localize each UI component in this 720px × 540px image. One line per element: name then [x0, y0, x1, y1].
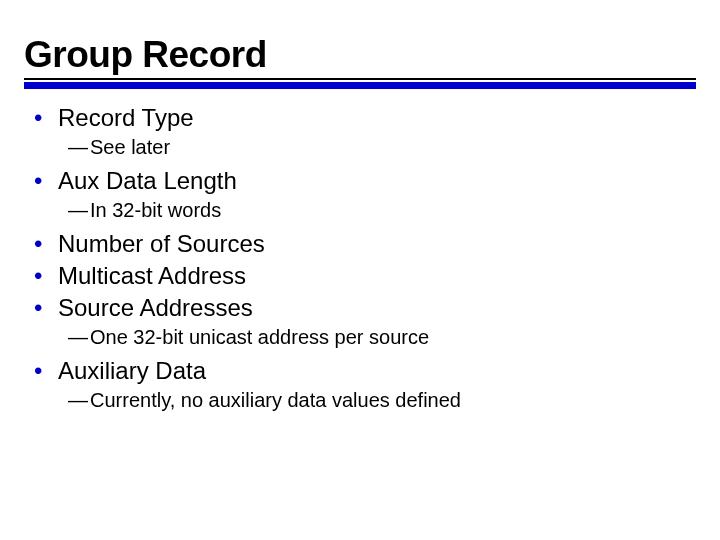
list-item: • Auxiliary Data [32, 356, 696, 386]
list-item: • Number of Sources [32, 229, 696, 259]
title-underline-thick [24, 82, 696, 89]
dash-icon: — [68, 326, 90, 349]
bullet-icon: • [32, 106, 58, 130]
list-item: • Multicast Address [32, 261, 696, 291]
dash-icon: — [68, 389, 90, 412]
list-item: • Aux Data Length [32, 166, 696, 196]
bullet-icon: • [32, 232, 58, 256]
list-subitem-label: See later [90, 135, 170, 160]
list-subitem: — See later [68, 135, 696, 160]
list-subitem-label: In 32-bit words [90, 198, 221, 223]
list-item: • Record Type [32, 103, 696, 133]
bullet-icon: • [32, 264, 58, 288]
dash-icon: — [68, 136, 90, 159]
dash-icon: — [68, 199, 90, 222]
slide-title: Group Record [24, 34, 696, 78]
list-subitem: — In 32-bit words [68, 198, 696, 223]
list-item-label: Number of Sources [58, 229, 265, 259]
list-subitem: — One 32-bit unicast address per source [68, 325, 696, 350]
list-item-label: Aux Data Length [58, 166, 237, 196]
list-item: • Source Addresses [32, 293, 696, 323]
list-subitem: — Currently, no auxiliary data values de… [68, 388, 696, 413]
bullet-icon: • [32, 359, 58, 383]
slide-content: • Record Type — See later • Aux Data Len… [24, 89, 696, 413]
bullet-icon: • [32, 296, 58, 320]
list-item-label: Source Addresses [58, 293, 253, 323]
bullet-icon: • [32, 169, 58, 193]
list-item-label: Record Type [58, 103, 194, 133]
list-item-label: Auxiliary Data [58, 356, 206, 386]
list-item-label: Multicast Address [58, 261, 246, 291]
list-subitem-label: One 32-bit unicast address per source [90, 325, 429, 350]
title-underline-thin [24, 78, 696, 80]
list-subitem-label: Currently, no auxiliary data values defi… [90, 388, 461, 413]
